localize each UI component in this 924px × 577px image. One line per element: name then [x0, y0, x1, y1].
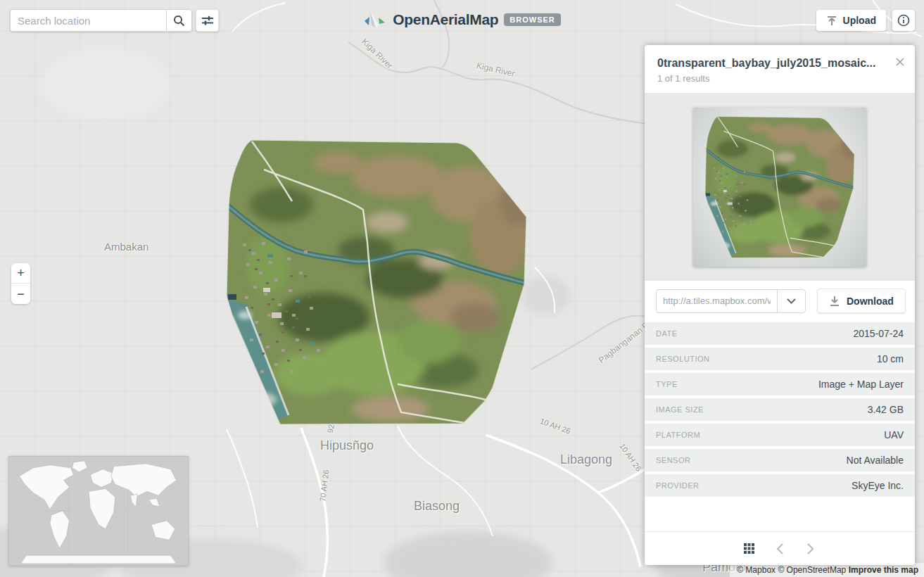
zoom-in-button[interactable]: +	[11, 263, 30, 284]
chevron-right-icon	[806, 543, 815, 555]
search-bar	[10, 9, 192, 32]
tile-url-input[interactable]	[656, 289, 777, 313]
search-button[interactable]	[166, 9, 192, 32]
upload-label: Upload	[843, 15, 876, 26]
meta-label: PLATFORM	[656, 431, 700, 439]
sliders-icon	[201, 15, 214, 26]
close-panel-button[interactable]	[895, 56, 905, 69]
result-panel: 0transparent_baybay_july2015_mosaic... 1…	[645, 45, 915, 565]
metadata-row: SENSOR Not Available	[645, 449, 915, 471]
metadata-row: PROVIDER SkyEye Inc.	[645, 474, 915, 497]
meta-label: IMAGE SIZE	[656, 405, 704, 414]
metadata-row: TYPE Image + Map Layer	[645, 373, 915, 395]
result-media-section	[645, 94, 915, 281]
download-icon	[829, 296, 840, 307]
zoom-out-button[interactable]: −	[11, 284, 30, 304]
metadata-row: RESOLUTION 10 cm	[645, 348, 915, 370]
prev-result-button[interactable]	[771, 540, 788, 557]
download-label: Download	[847, 296, 894, 307]
imagery-footprint	[218, 131, 535, 433]
overview-minimap[interactable]	[8, 456, 189, 566]
zoom-control: + −	[11, 263, 30, 304]
meta-value: SkyEye Inc.	[852, 480, 904, 491]
meta-label: PROVIDER	[656, 481, 699, 490]
meta-label: TYPE	[656, 380, 678, 388]
result-thumbnail[interactable]	[693, 108, 866, 267]
upload-icon	[826, 15, 837, 26]
results-count: 1 of 1 results	[657, 73, 902, 84]
download-button[interactable]: Download	[817, 288, 906, 313]
info-icon	[897, 14, 910, 27]
tile-url-group	[656, 289, 806, 313]
meta-value: UAV	[884, 429, 904, 440]
metadata-table: DATE 2015-07-24 RESOLUTION 10 cm TYPE Im…	[645, 321, 915, 500]
search-icon	[173, 15, 185, 27]
world-map	[9, 457, 188, 565]
chevron-down-icon	[787, 298, 796, 304]
upload-button[interactable]: Upload	[816, 10, 886, 31]
meta-value: 10 cm	[877, 353, 904, 364]
info-button[interactable]	[892, 10, 915, 31]
next-result-button[interactable]	[802, 540, 819, 557]
metadata-row: DATE 2015-07-24	[645, 322, 915, 345]
result-header: 0transparent_baybay_july2015_mosaic... 1…	[645, 45, 915, 94]
meta-value: 2015-07-24	[853, 328, 904, 339]
meta-label: RESOLUTION	[656, 355, 710, 363]
search-input[interactable]	[10, 9, 166, 32]
url-format-dropdown[interactable]	[777, 289, 806, 313]
meta-value: Image + Map Layer	[818, 379, 904, 390]
osm-attribution-link[interactable]: © OpenStreetMap	[778, 565, 846, 575]
metadata-row: PLATFORM UAV	[645, 424, 915, 446]
mapbox-attribution-link[interactable]: © Mapbox	[737, 565, 776, 575]
improve-map-link[interactable]: Improve this map	[849, 565, 918, 575]
metadata-row: IMAGE SIZE 3.42 GB	[645, 398, 915, 421]
chevron-left-icon	[776, 543, 784, 555]
meta-value: 3.42 GB	[868, 404, 904, 415]
result-pagination	[645, 531, 915, 565]
map-attribution: © Mapbox © OpenStreetMap Improve this ma…	[730, 563, 924, 577]
close-icon	[895, 57, 905, 67]
meta-value: Not Available	[847, 455, 904, 466]
meta-label: SENSOR	[656, 456, 690, 464]
grid-view-button[interactable]	[740, 540, 757, 557]
result-actions: Download	[645, 281, 915, 321]
filter-button[interactable]	[196, 9, 219, 32]
result-title: 0transparent_baybay_july2015_mosaic...	[657, 57, 890, 70]
meta-label: DATE	[656, 329, 678, 338]
grid-icon	[744, 543, 754, 554]
